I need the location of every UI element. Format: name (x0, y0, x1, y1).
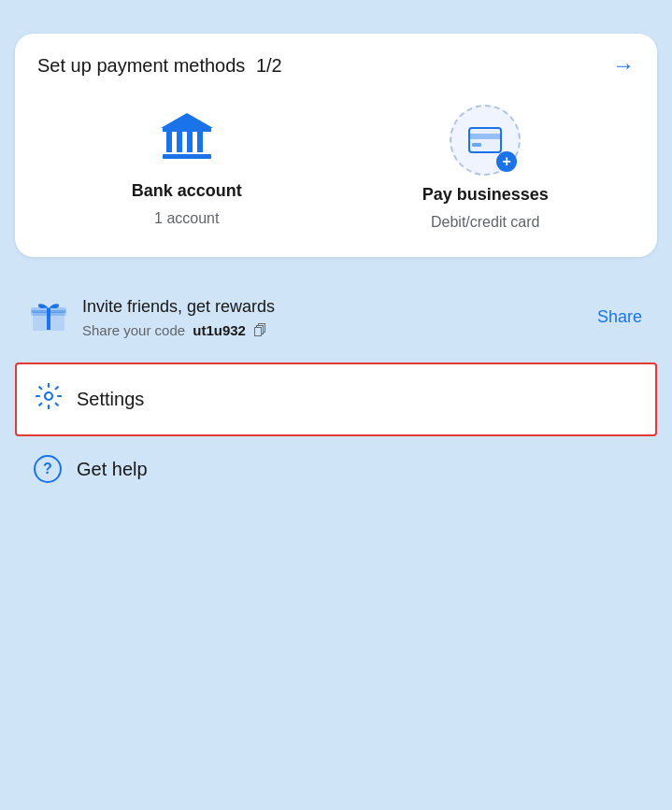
payment-card-title-text: Set up payment methods (37, 55, 245, 76)
svg-point-14 (45, 392, 52, 400)
plus-badge-icon: + (496, 151, 517, 172)
copy-icon[interactable]: 🗍 (253, 322, 267, 338)
payment-card-step: 1/2 (256, 55, 282, 76)
gift-icon (30, 294, 67, 340)
invite-title: Invite friends, get rewards (82, 296, 582, 318)
pay-businesses-sublabel: Debit/credit card (431, 214, 540, 231)
bank-account-sublabel: 1 account (154, 210, 219, 227)
bank-account-method[interactable]: Bank account 1 account (52, 105, 322, 227)
help-row[interactable]: ? Get help (15, 436, 657, 502)
payment-card-title: Set up payment methods 1/2 (37, 55, 282, 77)
payment-card-header: Set up payment methods 1/2 → (37, 52, 635, 78)
settings-gear-icon (36, 383, 62, 416)
pay-businesses-label: Pay businesses (422, 185, 549, 205)
help-label: Get help (77, 459, 148, 480)
svg-rect-1 (166, 132, 172, 152)
next-arrow-icon[interactable]: → (612, 52, 635, 78)
payment-methods-card: Set up payment methods 1/2 → (15, 34, 657, 257)
screen: Set up payment methods 1/2 → (0, 19, 672, 810)
svg-rect-2 (177, 132, 182, 152)
bank-account-label: Bank account (132, 181, 242, 201)
svg-rect-5 (163, 154, 211, 159)
settings-row[interactable]: Settings (15, 362, 657, 436)
settings-label: Settings (77, 389, 144, 410)
help-question-icon: ? (34, 455, 62, 483)
invite-section[interactable]: Invite friends, get rewards Share your c… (15, 276, 657, 359)
svg-rect-9 (472, 143, 481, 147)
svg-rect-8 (469, 134, 501, 139)
share-button[interactable]: Share (597, 307, 642, 327)
svg-rect-7 (469, 128, 501, 152)
invite-text: Invite friends, get rewards Share your c… (82, 296, 582, 337)
svg-rect-4 (197, 132, 203, 152)
payment-methods-row: Bank account 1 account + Pay businesses … (37, 105, 635, 231)
invite-code-row: Share your code ut1u932 🗍 (82, 322, 582, 338)
svg-rect-6 (163, 127, 211, 132)
pay-businesses-method[interactable]: + Pay businesses Debit/credit card (350, 105, 620, 231)
invite-code: ut1u932 (193, 322, 246, 338)
svg-marker-0 (161, 113, 213, 128)
bank-icon (153, 105, 221, 172)
invite-code-prefix: Share your code (82, 322, 185, 338)
svg-rect-3 (187, 132, 193, 152)
svg-rect-13 (32, 310, 65, 313)
credit-card-icon-container: + (450, 105, 521, 176)
